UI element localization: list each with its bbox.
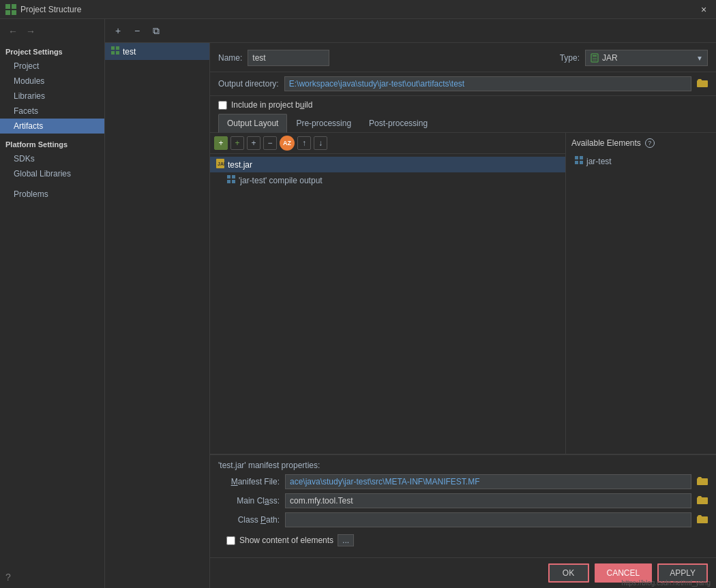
- class-path-input[interactable]: [285, 512, 691, 527]
- content-toolbar: + − ⧉: [105, 19, 716, 43]
- svg-rect-19: [580, 156, 583, 159]
- nav-arrows: ← →: [0, 22, 104, 44]
- sidebar-item-facets[interactable]: Facets: [0, 104, 104, 119]
- main-class-folder-icon: [697, 495, 708, 505]
- svg-rect-10: [593, 58, 597, 59]
- available-item-jar-test[interactable]: jar-test: [571, 153, 711, 169]
- jar-icon: [590, 53, 599, 63]
- svg-rect-9: [593, 55, 597, 57]
- main-layout: ← → Project Settings Project Modules Lib…: [0, 19, 716, 588]
- sidebar-item-global-libraries[interactable]: Global Libraries: [0, 166, 104, 181]
- output-dir-folder-button[interactable]: [697, 78, 708, 90]
- class-path-folder-icon: [697, 514, 708, 524]
- class-path-row: Class Path:: [218, 512, 708, 527]
- artifact-list-item[interactable]: test: [105, 43, 209, 60]
- watermark: https://blog.csdn.net/mf_yang: [621, 579, 711, 587]
- tree-add-dir-button[interactable]: +: [230, 136, 244, 150]
- tab-pre-processing[interactable]: Pre-processing: [287, 114, 360, 133]
- main-class-input[interactable]: [285, 493, 691, 508]
- ok-button[interactable]: OK: [548, 563, 589, 583]
- show-content-label: Show content of elements: [239, 536, 333, 545]
- module-tree-icon: [226, 174, 236, 186]
- svg-rect-11: [593, 60, 597, 61]
- nav-back-button[interactable]: ←: [5, 25, 20, 38]
- tab-post-processing[interactable]: Post-processing: [360, 114, 436, 133]
- remove-artifact-button[interactable]: −: [130, 23, 145, 38]
- project-settings-header: Project Settings: [0, 44, 104, 59]
- add-artifact-button[interactable]: +: [110, 23, 125, 38]
- available-elements-header: Available Elements ?: [571, 138, 711, 148]
- manifest-section: 'test.jar' manifest properties: Manifest…: [210, 454, 716, 557]
- svg-text:JAR: JAR: [218, 161, 225, 166]
- manifest-file-input[interactable]: [285, 474, 691, 489]
- folder-icon: [697, 78, 708, 88]
- svg-rect-1: [12, 4, 16, 9]
- tree-add-button[interactable]: +: [214, 136, 228, 150]
- show-content-ellipsis-button[interactable]: ...: [338, 534, 354, 546]
- svg-rect-3: [12, 10, 16, 15]
- main-class-row: Main Class:: [218, 493, 708, 508]
- svg-rect-21: [580, 161, 583, 164]
- manifest-title: 'test.jar' manifest properties:: [218, 461, 708, 470]
- manifest-file-folder-button[interactable]: [697, 476, 708, 488]
- sidebar-item-sdks[interactable]: SDKs: [0, 151, 104, 166]
- include-checkbox[interactable]: [218, 101, 227, 110]
- name-label: Name:: [218, 53, 242, 63]
- tree-content: JAR test.jar: [210, 154, 565, 454]
- name-type-row: Name: Type: JAR ▼: [210, 43, 716, 72]
- right-panel: Name: Type: JAR ▼: [210, 43, 716, 588]
- sidebar-item-project[interactable]: Project: [0, 59, 104, 74]
- artifact-grid-icon: [110, 46, 120, 57]
- manifest-folder-icon: [697, 476, 708, 486]
- copy-artifact-button[interactable]: ⧉: [149, 23, 164, 38]
- main-class-folder-button[interactable]: [697, 495, 708, 507]
- tree-item-test-jar[interactable]: JAR test.jar: [210, 157, 565, 172]
- content-area: + − ⧉ test: [105, 19, 716, 588]
- svg-rect-16: [227, 180, 230, 183]
- help-icon[interactable]: ?: [0, 566, 104, 588]
- tree-sort-button[interactable]: AZ: [280, 136, 295, 151]
- artifact-list: test: [105, 43, 210, 588]
- app-icon: [5, 4, 16, 15]
- sidebar-item-artifacts[interactable]: Artifacts: [0, 119, 104, 134]
- tree-remove-button[interactable]: −: [263, 136, 277, 150]
- include-row: Include in project build: [210, 96, 716, 114]
- sidebar-item-modules[interactable]: Modules: [0, 74, 104, 89]
- avail-module-icon: [574, 155, 584, 167]
- output-dir-label: Output directory:: [218, 79, 279, 89]
- tree-item-compile-output[interactable]: 'jar-test' compile output: [210, 172, 565, 188]
- close-button[interactable]: ×: [697, 3, 711, 16]
- jar-tree-icon: JAR: [215, 159, 225, 170]
- svg-rect-17: [232, 180, 235, 183]
- class-path-folder-button[interactable]: [697, 514, 708, 526]
- sidebar-item-libraries[interactable]: Libraries: [0, 89, 104, 104]
- type-select[interactable]: JAR ▼: [585, 50, 708, 66]
- output-dir-input[interactable]: [284, 76, 691, 91]
- tree-add-file-button[interactable]: +: [247, 136, 260, 150]
- tree-toolbar: + + + − AZ ↑ ↓: [210, 133, 565, 154]
- show-content-row: Show content of elements ...: [218, 531, 708, 552]
- svg-rect-20: [575, 161, 578, 164]
- sidebar-item-problems[interactable]: Problems: [0, 187, 104, 202]
- available-elements-panel: Available Elements ?: [566, 133, 716, 454]
- svg-rect-2: [5, 10, 10, 15]
- tabs-row: Output Layout Pre-processing Post-proces…: [210, 114, 716, 133]
- nav-forward-button[interactable]: →: [23, 25, 38, 38]
- tab-output-layout[interactable]: Output Layout: [218, 114, 287, 133]
- name-input[interactable]: [248, 50, 329, 66]
- svg-rect-14: [227, 175, 230, 179]
- svg-rect-7: [116, 51, 119, 55]
- type-dropdown-arrow: ▼: [696, 55, 703, 62]
- tree-move-up-button[interactable]: ↑: [297, 136, 311, 150]
- output-panel: + + + − AZ ↑ ↓: [210, 133, 716, 454]
- title-bar: Project Structure ×: [0, 0, 716, 19]
- show-content-checkbox[interactable]: [226, 536, 235, 545]
- window-title: Project Structure: [20, 5, 81, 14]
- output-dir-row: Output directory:: [210, 72, 716, 96]
- tree-area: + + + − AZ ↑ ↓: [210, 133, 566, 454]
- available-elements-help[interactable]: ?: [645, 138, 655, 148]
- svg-rect-6: [111, 51, 115, 55]
- manifest-file-row: Manifest File:: [218, 474, 708, 489]
- tree-move-down-button[interactable]: ↓: [314, 136, 327, 150]
- platform-settings-header: Platform Settings: [0, 134, 104, 151]
